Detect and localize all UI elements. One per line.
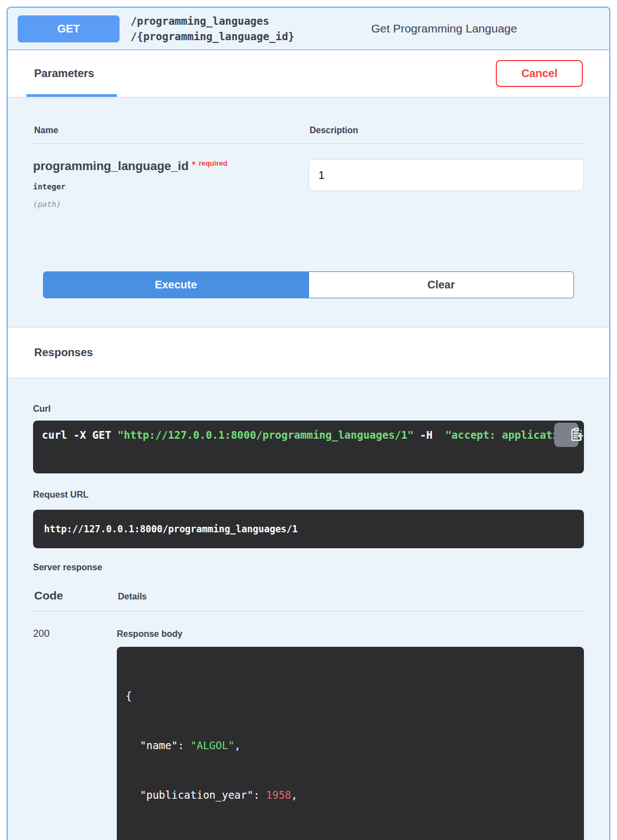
operation-title: Get Programming Language [305,22,599,35]
responses-body: Curl curl -X GET "http://127.0.0.1:8000/… [8,378,609,840]
operation-summary[interactable]: GET /programming_languages /{programming… [8,8,609,50]
response-body-code: { "name": "ALGOL", "publication_year": 1… [117,647,584,840]
server-response-label: Server response [33,548,584,572]
active-tab-underline [26,94,117,97]
operation-block-get: GET /programming_languages /{programming… [7,7,610,840]
json-comma: , [235,739,241,751]
cancel-button[interactable]: Cancel [496,60,583,87]
curl-command-url: "http://127.0.0.1:8000/programming_langu… [117,429,414,441]
server-response-table-head: Code Details [33,572,584,612]
parameters-body: Name Description programming_language_id… [8,97,609,327]
json-open-brace: { [126,688,575,704]
required-asterisk: * [192,160,195,170]
parameter-meta: programming_language_id * required integ… [33,159,308,209]
json-key: "name": [140,739,191,751]
response-status-code: 200 [33,626,117,840]
request-url-label: Request URL [33,473,584,500]
column-header-name: Name [34,126,310,135]
json-line-contribution: "contribution": "scoping and nested func… [126,836,575,840]
clear-button[interactable]: Clear [309,271,575,298]
responses-section-title: Responses [34,346,93,359]
column-header-description: Description [310,126,358,135]
parameter-name: programming_language_id [33,159,188,173]
column-header-code: Code [34,589,118,602]
endpoint-path: /programming_languages /{programming_lan… [131,13,294,44]
tab-parameters[interactable]: Parameters [34,67,94,80]
request-url-value: http://127.0.0.1:8000/programming_langua… [33,510,584,548]
json-value: "ALGOL" [191,739,235,751]
execute-button-group: Execute Clear [43,271,574,298]
json-value: 1958 [266,789,291,801]
column-header-details: Details [118,592,147,602]
curl-label: Curl [33,378,584,414]
server-response-row: 200 Response body { "name": "ALGOL", "pu… [33,612,584,840]
parameter-value-input[interactable] [308,159,584,191]
json-line-publication-year: "publication_year": 1958, [126,787,575,803]
json-line-name: "name": "ALGOL", [126,737,575,754]
curl-command-flag: -H [414,429,445,441]
http-method-badge[interactable]: GET [18,15,120,42]
json-key: "publication_year": [140,789,266,801]
response-body-label: Response body [117,626,584,639]
parameters-header-strip: Parameters Cancel [8,50,609,97]
parameter-row: programming_language_id * required integ… [33,144,584,209]
parameter-type: integer [33,182,308,191]
curl-command-prefix: curl -X GET [42,429,117,441]
json-comma: , [291,789,297,801]
curl-command: curl -X GET "http://127.0.0.1:8000/progr… [33,421,584,473]
parameter-location: (path) [33,200,308,209]
copy-curl-button[interactable] [554,423,578,447]
parameters-table-head: Name Description [33,97,584,144]
execute-button[interactable]: Execute [43,271,309,298]
required-label: required [199,159,228,167]
responses-header-strip: Responses [8,327,609,378]
copy-to-clipboard-icon [549,421,583,451]
